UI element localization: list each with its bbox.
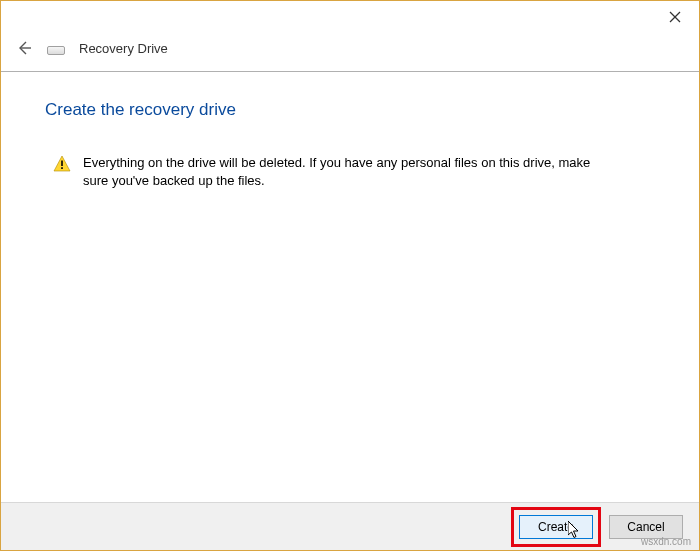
watermark: wsxdn.com (641, 536, 691, 547)
cancel-button[interactable]: Cancel (609, 515, 683, 539)
wizard-header: Recovery Drive (1, 39, 699, 72)
warning-block: Everything on the drive will be deleted.… (45, 154, 655, 189)
create-button-label: Create (538, 520, 574, 534)
close-icon (669, 11, 681, 23)
cancel-button-label: Cancel (627, 520, 664, 534)
titlebar (1, 1, 699, 39)
window-title: Recovery Drive (79, 41, 168, 56)
recovery-drive-icon (47, 42, 65, 55)
svg-rect-4 (61, 161, 63, 167)
svg-rect-5 (61, 167, 63, 169)
page-heading: Create the recovery drive (45, 100, 655, 120)
create-button[interactable]: Create (519, 515, 593, 539)
wizard-footer: Create Cancel (1, 502, 699, 550)
warning-text: Everything on the drive will be deleted.… (83, 154, 613, 189)
wizard-content: Create the recovery drive Everything on … (1, 72, 699, 189)
warning-icon (53, 155, 71, 173)
back-arrow-icon (15, 39, 33, 57)
close-button[interactable] (652, 3, 697, 31)
back-button[interactable] (15, 39, 33, 57)
create-highlight: Create (511, 507, 601, 547)
